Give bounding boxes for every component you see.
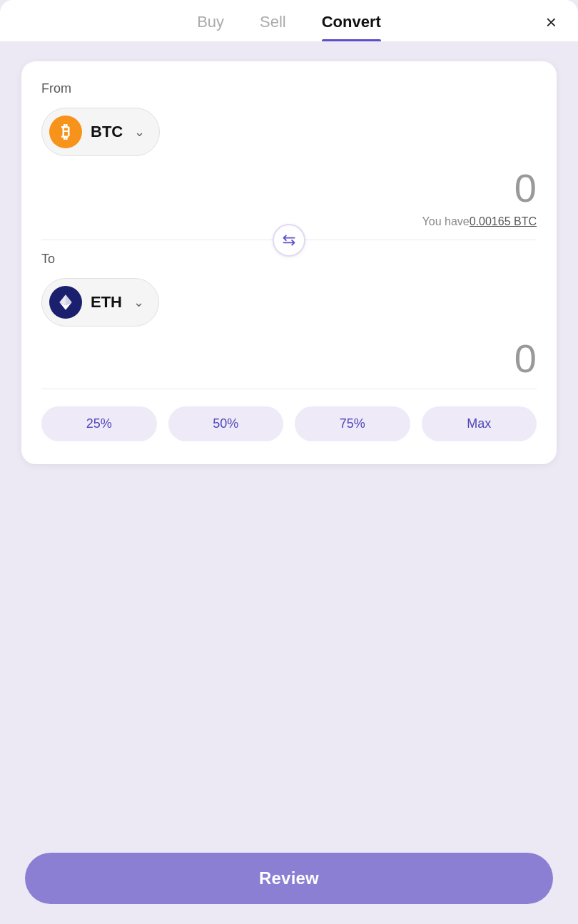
tab-buy[interactable]: Buy	[197, 13, 224, 41]
eth-icon	[49, 286, 82, 319]
from-chevron-icon: ⌄	[134, 124, 145, 140]
main-card: From ₿ BTC ⌄ 0 You have 0.00165 BTC	[21, 61, 557, 464]
percentage-buttons: 25% 50% 75% Max	[41, 406, 537, 441]
to-amount-row: 0	[41, 327, 537, 386]
review-button-wrap: Review	[25, 853, 553, 904]
to-amount: 0	[514, 335, 537, 381]
pct-75-button[interactable]: 75%	[295, 406, 410, 441]
divider-row	[21, 240, 557, 240]
tab-list: Buy Sell Convert	[197, 13, 381, 41]
from-amount-row: 0	[41, 156, 537, 215]
to-currency-name: ETH	[91, 293, 122, 312]
review-button[interactable]: Review	[25, 853, 553, 904]
to-chevron-icon: ⌄	[133, 294, 144, 310]
from-label: From	[41, 81, 537, 96]
tab-convert[interactable]: Convert	[322, 13, 381, 41]
to-currency-selector[interactable]: ETH ⌄	[41, 278, 159, 327]
to-section: To ETH ⌄ 0	[41, 240, 537, 386]
swap-button[interactable]	[273, 224, 305, 257]
pct-divider	[41, 389, 537, 389]
balance-amount[interactable]: 0.00165 BTC	[470, 215, 537, 228]
pct-max-button[interactable]: Max	[422, 406, 537, 441]
from-currency-name: BTC	[91, 123, 123, 141]
from-currency-selector[interactable]: ₿ BTC ⌄	[41, 108, 160, 156]
pct-25-button[interactable]: 25%	[41, 406, 157, 441]
balance-label: You have	[422, 215, 470, 228]
btc-icon: ₿	[49, 115, 82, 148]
pct-50-button[interactable]: 50%	[168, 406, 284, 441]
tab-sell[interactable]: Sell	[260, 13, 286, 41]
svg-marker-3	[66, 294, 72, 305]
swap-icon	[282, 233, 296, 247]
tab-header: Buy Sell Convert ×	[0, 0, 578, 41]
from-section: From ₿ BTC ⌄ 0 You have 0.00165 BTC	[41, 81, 537, 240]
svg-marker-2	[59, 294, 66, 305]
app-container: Buy Sell Convert × From ₿ BTC ⌄ 0	[0, 0, 578, 924]
close-button[interactable]: ×	[546, 13, 557, 31]
from-amount: 0	[514, 165, 537, 211]
